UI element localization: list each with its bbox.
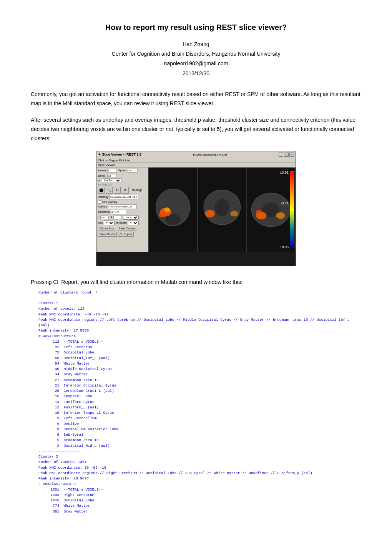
cmd-cluster2-voxels-structure-label: # voxelsstructure (38, 481, 361, 487)
date: 2013/12/30 (31, 69, 361, 78)
cluster1-row: 9 Cerebellum Posterior Lobe (38, 427, 361, 432)
coords-row: X(mm) Y(mm) Z(mm) (98, 169, 147, 178)
cluster1-rows-container: 112 --TOTAL # VOXELS-- 91 Left Cerebrum … (38, 339, 361, 449)
montage-row: ⬤ 🔍 ↻ ✏ Montage (98, 187, 147, 194)
svg-point-16 (256, 210, 262, 215)
viewer-titlebar: ✦ Slice Viewer -- REST 1.8 F:\course\tes… (96, 151, 296, 158)
cluster1-row: 112 --TOTAL # VOXELS-- (38, 339, 361, 345)
screenshot-container: ✦ Slice Viewer -- REST 1.8 F:\course\tes… (31, 151, 361, 266)
svg-point-8 (215, 199, 229, 216)
paragraph-2: After several settings such as underlay … (31, 116, 361, 143)
overlay-input-row: Overlay (98, 204, 147, 209)
cmd-cluster1-header: Cluster 1 (38, 301, 361, 306)
icon-btn-3[interactable]: ↻ (114, 187, 121, 194)
cluster1-row: 91 Left Cerebrum (38, 345, 361, 350)
save-cluster-btn[interactable]: Save Cluster (98, 232, 117, 237)
brain-panel-coronal (198, 168, 247, 252)
colorbar (290, 171, 294, 248)
close-btn[interactable]: × (289, 153, 294, 157)
slice-dropdown[interactable]: bmrTas... (102, 178, 121, 183)
df-input[interactable] (113, 216, 122, 219)
cl-report-btn[interactable]: Cl. Report (118, 232, 134, 237)
z-input[interactable] (107, 174, 117, 178)
cluster2-row: 1076 Occipital Lobe (38, 498, 361, 503)
affiliation: Center for Cognition and Brain Disorders… (31, 49, 361, 59)
cluster1-row: 54 White Matter (38, 361, 361, 367)
brain-svg-sagittal (149, 168, 197, 252)
svg-point-4 (159, 212, 166, 217)
df-label: df (110, 216, 112, 219)
overlay-label: Overlay (98, 205, 107, 208)
slice-row: s/t bmrTas... (98, 178, 147, 183)
viewer-filepath: F:\course\test\test\INT.nii (193, 153, 227, 156)
maximize-btn[interactable]: □ (284, 153, 289, 157)
colorbar-top-label: 10.91 (280, 171, 289, 174)
slice-label: s/t (98, 179, 100, 182)
underlay-label: Underlay (98, 196, 108, 198)
email: napoleon1982@gmail.com (31, 59, 361, 68)
viewer-title: ✦ Slice Viewer -- REST 1.8 (98, 153, 141, 156)
template-select[interactable]: ▼ (128, 221, 139, 225)
page-title: How to report my result using REST slice… (31, 23, 361, 32)
command-output: Number of clusters found: 4 ------------… (31, 290, 361, 514)
cmd-cluster1-peak-region: Peak MNI coordinate region: // Left Cere… (38, 317, 361, 328)
underlay-input[interactable] (110, 195, 138, 199)
see-overlay-checkbox[interactable] (98, 200, 101, 204)
cmd-clusters-found: Number of clusters found: 4 (38, 290, 361, 295)
max-row: Max ▼ Template ▼ (98, 221, 147, 225)
cluster1-row: 27 brodmann area 19 (38, 378, 361, 383)
author-block: Han Zhang Center for Cognition and Brain… (31, 40, 361, 78)
cluster1-row: 21 Inferior Occipital Gyrus (38, 383, 361, 388)
cmd-cluster2-voxels: Number of voxels: 1301 (38, 459, 361, 465)
cluster2-row: 1301 --TOTAL # VOXELS-- (38, 487, 361, 493)
cluster1-row: 40 Middle Occipital Gyrus (38, 367, 361, 372)
cmd-cluster2-peak-region: Peak MNI coordinate region: // Right Cer… (38, 471, 361, 476)
z-label: Z(mm) (98, 174, 106, 177)
cluster1-row: 5 brodmann area 18 (38, 438, 361, 443)
p-input[interactable] (100, 216, 109, 219)
overlay-row: See Overlay (98, 200, 147, 204)
cmd-cluster2-peak-intensity: Peak intensity: 18.9077 (38, 476, 361, 481)
paragraph-1: Commonly, you got an activation for func… (31, 90, 361, 108)
icon-btn-1[interactable]: ⬤ (98, 187, 105, 194)
one-tail-select[interactable]: One ▼ (123, 215, 139, 220)
x-input[interactable] (107, 169, 117, 173)
slice-viewer-label-row: Slice Viewer (96, 163, 296, 168)
cluster1-row: 16 Temporal Lobe (38, 394, 361, 399)
p-label: p (98, 216, 99, 219)
bottom-buttons-2: Save Cluster Cl. Report (98, 232, 147, 237)
toggle-label: Click to Toggle Plot Info (98, 159, 130, 162)
threshold-input[interactable] (111, 210, 126, 214)
cluster1-row: 10 Inferior Temporal Gyrus (38, 410, 361, 416)
icon-btn-4[interactable]: ✏ (122, 187, 129, 194)
svg-point-15 (276, 212, 285, 219)
main-area: X(mm) Y(mm) Z(mm) s/t bmrTas... 59.73911… (96, 168, 296, 252)
pval-row: p df One ▼ (98, 215, 147, 220)
titlebar-buttons: _ □ × (279, 153, 294, 157)
svg-point-10 (230, 211, 238, 216)
max-select[interactable]: ▼ (104, 221, 115, 225)
cluster1-row: 9 Left Cerebellum (38, 416, 361, 421)
brain-panel-axial (246, 168, 296, 252)
montage-button[interactable]: Montage (130, 188, 144, 192)
minimize-btn[interactable]: _ (279, 153, 283, 157)
brain-panel-sagittal (148, 168, 198, 252)
svg-point-9 (205, 210, 215, 217)
cluster2-row: 381 Gray Matter (38, 509, 361, 514)
cmd-cluster1-peak-intensity: Peak intensity: 17.5958 (38, 328, 361, 333)
template-label: Template (116, 221, 126, 224)
y-input[interactable] (128, 169, 138, 173)
cluster2-row: 1203 Right Cerebrum (38, 493, 361, 498)
cluster1-row: 20 Cerebelum_Crus1_L (aal) (38, 388, 361, 394)
slice-viewer-screenshot: ✦ Slice Viewer -- REST 1.8 F:\course\tes… (96, 151, 296, 266)
save-clusters-btn[interactable]: Save Clusters (117, 226, 138, 231)
svg-point-5 (164, 207, 170, 212)
cmd-cluster2-peak-mni: Peak MNI coordinate: 36 -66 -15 (38, 465, 361, 471)
icon-btn-2[interactable]: 🔍 (106, 187, 113, 194)
threshold-row: Threshold (98, 210, 147, 214)
cluster-size-btn[interactable]: Cluster Size (98, 226, 116, 231)
bottom-buttons: Cluster Size Save Clusters (98, 226, 147, 231)
x-label: X(mm) (98, 169, 106, 172)
toggle-bar[interactable]: Click to Toggle Plot Info (96, 158, 296, 163)
overlay-input[interactable] (108, 204, 137, 209)
